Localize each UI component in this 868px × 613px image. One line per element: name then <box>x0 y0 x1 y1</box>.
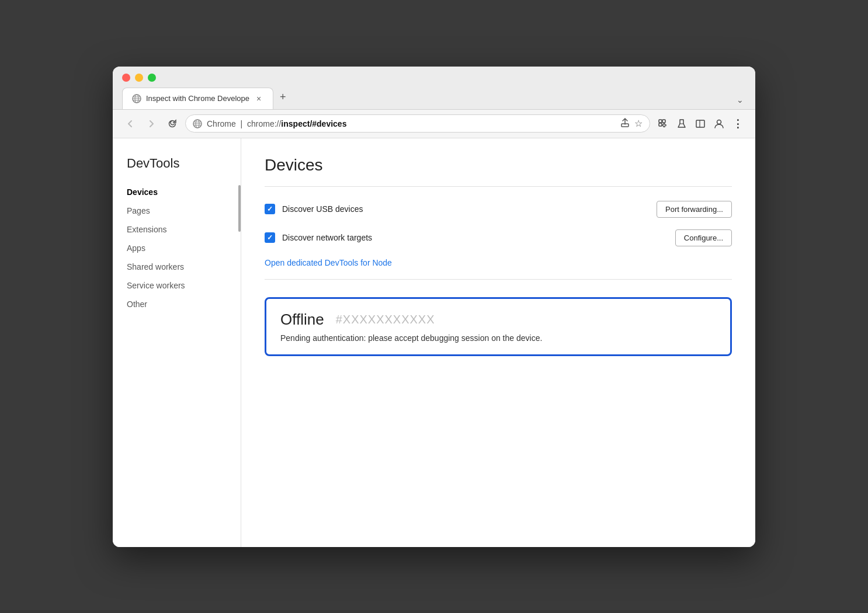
back-button[interactable] <box>122 117 138 131</box>
toolbar: Chrome | chrome://inspect/#devices ☆ <box>113 110 755 138</box>
sidebar: DevTools Devices Pages Extensions Apps S… <box>113 138 241 547</box>
usb-option-row: ✓ Discover USB devices Port forwarding..… <box>265 201 732 218</box>
title-divider <box>265 186 732 187</box>
share-icon[interactable] <box>620 118 630 129</box>
network-option-label: Discover network targets <box>282 233 372 242</box>
browser-window: Inspect with Chrome Develope × + ⌄ <box>113 67 755 547</box>
labs-icon[interactable] <box>673 116 690 132</box>
device-status: Offline <box>280 311 324 329</box>
svg-rect-13 <box>662 120 665 123</box>
tab-bar: Inspect with Chrome Develope × + ⌄ <box>122 88 746 109</box>
network-option-row: ✓ Discover network targets Configure... <box>265 229 732 246</box>
usb-option-left: ✓ Discover USB devices <box>265 204 363 214</box>
svg-point-17 <box>717 120 721 124</box>
svg-rect-12 <box>659 120 662 123</box>
tab-favicon <box>132 94 141 103</box>
port-forwarding-button[interactable]: Port forwarding... <box>657 201 732 218</box>
device-id: #XXXXXXXXXXX <box>336 313 435 326</box>
extensions-icon[interactable] <box>655 116 671 132</box>
close-button[interactable] <box>122 74 130 82</box>
title-bar: Inspect with Chrome Develope × + ⌄ <box>113 67 755 110</box>
usb-option-label: Discover USB devices <box>282 204 363 214</box>
usb-checkbox[interactable]: ✓ <box>265 204 275 214</box>
device-status-row: Offline #XXXXXXXXXXX <box>280 311 716 329</box>
main-panel: Devices ✓ Discover USB devices Port forw… <box>241 138 755 547</box>
maximize-button[interactable] <box>148 74 156 82</box>
tab-title: Inspect with Chrome Develope <box>146 94 249 103</box>
sidebar-title: DevTools <box>113 156 241 183</box>
sidebar-item-apps[interactable]: Apps <box>113 239 241 257</box>
minimize-button[interactable] <box>135 74 143 82</box>
sidebar-item-service-workers[interactable]: Service workers <box>113 276 241 295</box>
device-message: Pending authentication: please accept de… <box>280 333 716 343</box>
reload-button[interactable] <box>164 117 180 131</box>
sidebar-item-shared-workers[interactable]: Shared workers <box>113 257 241 276</box>
bookmark-icon[interactable]: ☆ <box>634 118 643 129</box>
device-card: Offline #XXXXXXXXXXX Pending authenticat… <box>265 297 732 356</box>
main-title: Devices <box>265 156 732 175</box>
usb-checkbox-check: ✓ <box>267 206 273 213</box>
node-devtools-link[interactable]: Open dedicated DevTools for Node <box>265 258 732 267</box>
toolbar-actions: ⋮ <box>655 114 746 133</box>
forward-button[interactable] <box>143 117 159 131</box>
new-tab-button[interactable]: + <box>273 88 292 107</box>
address-bar-favicon <box>193 119 202 128</box>
scroll-indicator <box>238 185 241 232</box>
address-bar[interactable]: Chrome | chrome://inspect/#devices ☆ <box>185 114 650 133</box>
content-area: DevTools Devices Pages Extensions Apps S… <box>113 138 755 547</box>
menu-icon[interactable]: ⋮ <box>730 114 746 133</box>
account-icon[interactable] <box>711 116 727 132</box>
svg-rect-10 <box>622 124 629 127</box>
traffic-lights <box>122 74 746 82</box>
sidebar-item-extensions[interactable]: Extensions <box>113 220 241 239</box>
network-checkbox-check: ✓ <box>267 234 273 241</box>
svg-rect-15 <box>696 120 704 127</box>
tab-close-button[interactable]: × <box>254 93 263 105</box>
tab-list-button[interactable]: ⌄ <box>734 93 746 107</box>
sidebar-icon[interactable] <box>692 116 709 132</box>
active-tab[interactable]: Inspect with Chrome Develope × <box>122 88 273 109</box>
svg-rect-11 <box>659 123 662 126</box>
address-bar-domain: Chrome | chrome://inspect/#devices <box>207 119 346 128</box>
network-checkbox[interactable]: ✓ <box>265 232 275 243</box>
sidebar-item-pages[interactable]: Pages <box>113 201 241 220</box>
sidebar-item-other[interactable]: Other <box>113 295 241 314</box>
network-option-left: ✓ Discover network targets <box>265 232 372 243</box>
section-divider <box>265 279 732 280</box>
sidebar-item-devices[interactable]: Devices <box>113 183 241 201</box>
configure-button[interactable]: Configure... <box>675 229 732 246</box>
